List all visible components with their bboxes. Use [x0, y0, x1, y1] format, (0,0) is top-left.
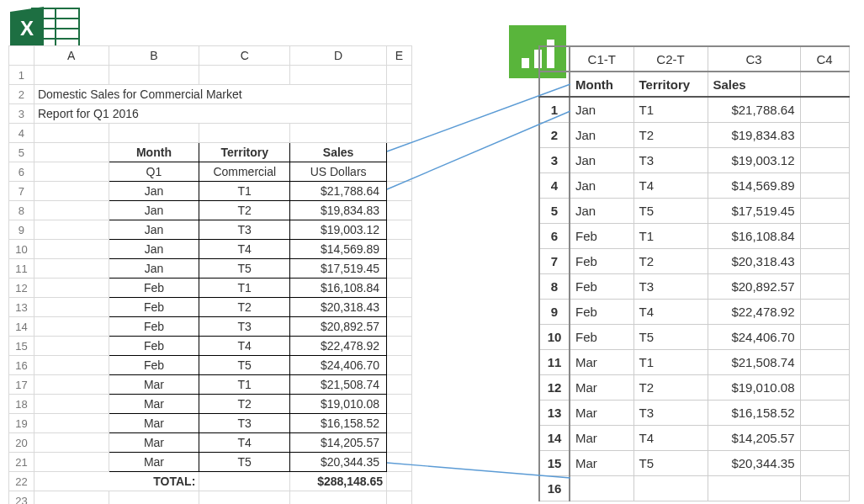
month-cell[interactable]: Jan: [570, 172, 633, 198]
row-header[interactable]: 4: [9, 124, 34, 143]
col-header[interactable]: C1-T: [570, 46, 633, 72]
sales-cell[interactable]: $16,158.52: [708, 400, 800, 425]
table-header-sales[interactable]: Sales: [708, 72, 800, 97]
col-header[interactable]: E: [387, 46, 412, 66]
subheader-cell[interactable]: Q1: [109, 162, 199, 182]
territory-cell[interactable]: T1: [199, 375, 290, 395]
row-header[interactable]: 8: [539, 273, 570, 299]
col-header[interactable]: A: [34, 46, 109, 66]
month-cell[interactable]: Mar: [570, 349, 633, 374]
territory-cell[interactable]: T5: [199, 356, 290, 375]
sales-cell[interactable]: $17,519.45: [708, 198, 800, 223]
territory-cell[interactable]: T2: [633, 248, 708, 273]
territory-cell[interactable]: T3: [199, 414, 290, 433]
row-header[interactable]: 16: [539, 475, 570, 501]
month-cell[interactable]: Feb: [570, 248, 633, 273]
row-header[interactable]: 9: [9, 220, 34, 240]
row-header[interactable]: 14: [539, 425, 570, 450]
sales-cell[interactable]: $22,478.92: [708, 299, 800, 324]
month-cell[interactable]: Jan: [109, 259, 199, 279]
row-header[interactable]: 7: [9, 182, 34, 201]
territory-cell[interactable]: T2: [199, 395, 290, 414]
sales-cell[interactable]: $14,205.57: [708, 425, 800, 450]
territory-cell[interactable]: T3: [199, 317, 290, 337]
territory-cell[interactable]: T2: [633, 122, 708, 147]
territory-cell[interactable]: T1: [199, 182, 290, 201]
row-header[interactable]: 15: [539, 450, 570, 475]
sales-cell[interactable]: $19,003.12: [290, 220, 387, 240]
col-header[interactable]: C4: [800, 46, 849, 72]
report-subtitle[interactable]: Report for Q1 2016: [34, 104, 386, 124]
table-header-month[interactable]: Month: [109, 143, 199, 162]
sales-cell[interactable]: $20,344.35: [708, 450, 800, 475]
row-header[interactable]: 13: [539, 400, 570, 425]
territory-cell[interactable]: T1: [633, 97, 708, 122]
territory-cell[interactable]: T5: [633, 450, 708, 475]
row-header[interactable]: 3: [539, 147, 570, 172]
total-value[interactable]: $288,148.65: [290, 472, 387, 491]
sales-cell[interactable]: $16,108.84: [290, 279, 387, 298]
month-cell[interactable]: Mar: [109, 414, 199, 433]
month-cell[interactable]: Feb: [570, 324, 633, 349]
col-header[interactable]: D: [290, 46, 387, 66]
row-header[interactable]: 2: [539, 122, 570, 147]
row-header[interactable]: 20: [9, 433, 34, 453]
sales-cell[interactable]: $21,788.64: [708, 97, 800, 122]
sales-cell[interactable]: $24,406.70: [708, 324, 800, 349]
subheader-cell[interactable]: US Dollars: [290, 162, 387, 182]
row-header[interactable]: 21: [9, 453, 34, 472]
sales-cell[interactable]: $16,108.84: [708, 223, 800, 248]
row-header[interactable]: 23: [9, 491, 34, 505]
month-cell[interactable]: Jan: [109, 201, 199, 220]
sales-cell[interactable]: $19,834.83: [290, 201, 387, 220]
month-cell[interactable]: Jan: [570, 198, 633, 223]
sales-cell[interactable]: $17,519.45: [290, 259, 387, 279]
col-header[interactable]: C2-T: [633, 46, 708, 72]
table-header-territory[interactable]: Territory: [199, 143, 290, 162]
territory-cell[interactable]: T2: [199, 298, 290, 317]
territory-cell[interactable]: T4: [199, 433, 290, 453]
territory-cell[interactable]: T2: [199, 201, 290, 220]
territory-cell[interactable]: T3: [633, 400, 708, 425]
row-header[interactable]: 1: [539, 97, 570, 122]
territory-cell[interactable]: T4: [633, 299, 708, 324]
territory-cell[interactable]: T5: [199, 259, 290, 279]
row-header[interactable]: 5: [539, 198, 570, 223]
month-cell[interactable]: Feb: [109, 279, 199, 298]
territory-cell[interactable]: T3: [633, 273, 708, 299]
month-cell[interactable]: Jan: [109, 220, 199, 240]
row-header[interactable]: 16: [9, 356, 34, 375]
territory-cell[interactable]: T2: [633, 374, 708, 400]
territory-cell[interactable]: T1: [199, 279, 290, 298]
row-header[interactable]: 4: [539, 172, 570, 198]
territory-cell[interactable]: T1: [633, 349, 708, 374]
month-cell[interactable]: Jan: [109, 240, 199, 259]
territory-cell[interactable]: T3: [199, 220, 290, 240]
month-cell[interactable]: Mar: [109, 375, 199, 395]
month-cell[interactable]: Jan: [570, 97, 633, 122]
row-header[interactable]: 8: [9, 201, 34, 220]
subheader-cell[interactable]: Commercial: [199, 162, 290, 182]
table-header-month[interactable]: Month: [570, 72, 633, 97]
month-cell[interactable]: Mar: [570, 400, 633, 425]
territory-cell[interactable]: T4: [633, 425, 708, 450]
month-cell[interactable]: Mar: [109, 433, 199, 453]
territory-cell[interactable]: T5: [633, 324, 708, 349]
month-cell[interactable]: Jan: [570, 122, 633, 147]
month-cell[interactable]: Mar: [109, 395, 199, 414]
sales-cell[interactable]: $22,478.92: [290, 337, 387, 356]
col-header[interactable]: C3: [708, 46, 800, 72]
row-header[interactable]: 14: [9, 317, 34, 337]
sales-cell[interactable]: $21,508.74: [290, 375, 387, 395]
month-cell[interactable]: Jan: [570, 147, 633, 172]
month-cell[interactable]: Feb: [570, 273, 633, 299]
sales-cell[interactable]: $24,406.70: [290, 356, 387, 375]
sales-cell[interactable]: $19,834.83: [708, 122, 800, 147]
row-header[interactable]: 13: [9, 298, 34, 317]
sales-cell[interactable]: $19,010.08: [708, 374, 800, 400]
sales-cell[interactable]: $20,892.57: [708, 273, 800, 299]
territory-cell[interactable]: T4: [199, 240, 290, 259]
row-header[interactable]: 1: [9, 66, 34, 85]
month-cell[interactable]: Mar: [570, 450, 633, 475]
territory-cell[interactable]: T4: [633, 172, 708, 198]
